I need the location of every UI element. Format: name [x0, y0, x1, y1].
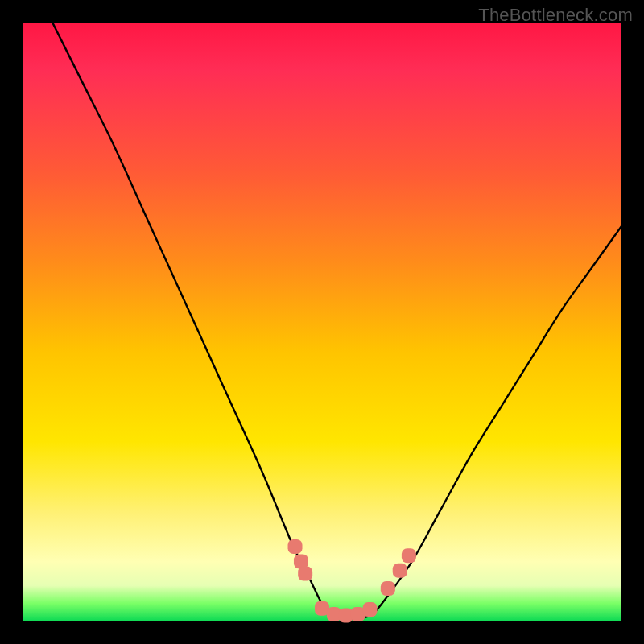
chart-frame: TheBottleneck.com: [0, 0, 644, 644]
curve-marker: [393, 564, 407, 578]
curve-markers: [288, 539, 416, 623]
bottleneck-curve-path: [52, 23, 621, 619]
curve-marker: [402, 548, 416, 563]
curve-marker: [298, 566, 312, 580]
watermark-text: TheBottleneck.com: [478, 5, 633, 26]
curve-marker: [288, 539, 303, 554]
bottleneck-curve-svg: [23, 23, 621, 621]
curve-marker: [363, 602, 378, 617]
curve-marker: [381, 581, 395, 596]
chart-plot-area: [23, 23, 621, 621]
